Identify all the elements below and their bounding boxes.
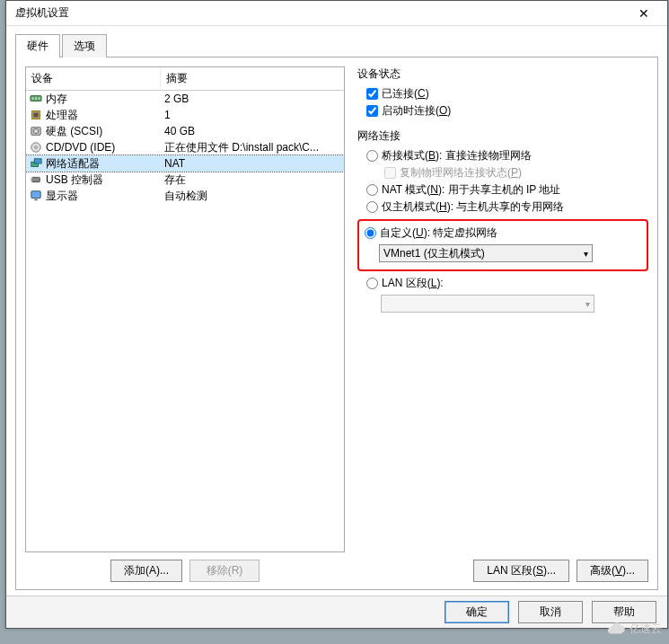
replicate-row: 复制物理网络连接状态(P) bbox=[357, 164, 648, 181]
device-name: 硬盘 (SCSI) bbox=[44, 124, 161, 139]
device-list[interactable]: 设备 摘要 内存2 GB处理器1硬盘 (SCSI)40 GBCD/DVD (ID… bbox=[25, 66, 345, 552]
svg-rect-14 bbox=[31, 191, 41, 198]
titlebar: 虚拟机设置 ✕ bbox=[6, 1, 667, 26]
dialog-footer: 确定 取消 帮助 bbox=[6, 595, 667, 628]
col-device[interactable]: 设备 bbox=[26, 67, 161, 90]
watermark: 亿速云 bbox=[606, 619, 662, 639]
device-summary: 正在使用文件 D:\install pack\C... bbox=[161, 140, 342, 155]
close-button[interactable]: ✕ bbox=[626, 3, 662, 24]
custom-vmnet-dropdown[interactable]: VMnet1 (仅主机模式) ▾ bbox=[379, 244, 593, 262]
device-status-group: 设备状态 已连接(C) 启动时连接(O) bbox=[357, 66, 648, 119]
chevron-down-icon: ▾ bbox=[584, 249, 588, 259]
svg-rect-1 bbox=[32, 97, 34, 100]
device-name: USB 控制器 bbox=[44, 172, 161, 188]
connect-poweron-check-row: 启动时连接(O) bbox=[357, 102, 648, 119]
device-name: 处理器 bbox=[44, 108, 161, 123]
svg-rect-5 bbox=[33, 112, 38, 117]
lan-segments-button[interactable]: LAN 区段(S)... bbox=[473, 560, 569, 582]
connected-check-row: 已连接(C) bbox=[357, 85, 648, 102]
bridged-row: 桥接模式(B): 直接连接物理网络 bbox=[357, 147, 648, 164]
device-row[interactable]: 硬盘 (SCSI)40 GB bbox=[26, 123, 344, 139]
connect-poweron-label[interactable]: 启动时连接(O) bbox=[382, 103, 451, 119]
network-connection-title: 网络连接 bbox=[357, 128, 648, 144]
replicate-label: 复制物理网络连接状态(P) bbox=[400, 165, 522, 181]
display-icon bbox=[28, 190, 44, 202]
svg-rect-13 bbox=[31, 178, 32, 181]
hostonly-label[interactable]: 仅主机模式(H): 与主机共享的专用网络 bbox=[382, 199, 564, 215]
cd-icon bbox=[28, 141, 44, 154]
device-row[interactable]: 显示器自动检测 bbox=[26, 188, 344, 204]
cancel-button[interactable]: 取消 bbox=[518, 601, 583, 623]
device-status-title: 设备状态 bbox=[357, 66, 648, 82]
bridged-label[interactable]: 桥接模式(B): 直接连接物理网络 bbox=[382, 148, 532, 163]
bridged-radio[interactable] bbox=[366, 150, 378, 162]
lanseg-dropdown: ▾ bbox=[381, 295, 594, 313]
nat-label[interactable]: NAT 模式(N): 用于共享主机的 IP 地址 bbox=[382, 182, 560, 198]
custom-highlight: 自定义(U): 特定虚拟网络 VMnet1 (仅主机模式) ▾ bbox=[357, 219, 648, 271]
device-summary: 40 GB bbox=[161, 125, 342, 137]
tab-hardware[interactable]: 硬件 bbox=[15, 34, 60, 57]
cpu-icon bbox=[28, 109, 44, 121]
device-summary: 自动检测 bbox=[161, 189, 342, 204]
svg-rect-12 bbox=[32, 177, 40, 181]
device-name: 显示器 bbox=[44, 189, 161, 204]
advanced-button[interactable]: 高级(V)... bbox=[577, 560, 648, 582]
device-name: 网络适配器 bbox=[44, 156, 161, 172]
right-buttons: LAN 区段(S)... 高级(V)... bbox=[357, 552, 648, 582]
tab-strip: 硬件 选项 bbox=[15, 33, 658, 57]
vm-settings-dialog: 虚拟机设置 ✕ 硬件 选项 设备 摘要 内存2 GB处理器1硬盘 (SCSI)4… bbox=[5, 0, 668, 629]
lanseg-radio[interactable] bbox=[366, 278, 378, 289]
device-row[interactable]: 网络适配器NAT bbox=[26, 155, 344, 172]
tab-options[interactable]: 选项 bbox=[62, 34, 107, 57]
cloud-icon bbox=[606, 619, 626, 639]
custom-row: 自定义(U): 特定虚拟网络 bbox=[365, 225, 641, 242]
window-title: 虚拟机设置 bbox=[15, 5, 626, 21]
col-summary[interactable]: 摘要 bbox=[161, 67, 344, 90]
chevron-down-icon: ▾ bbox=[585, 299, 590, 309]
disk-icon bbox=[28, 125, 44, 137]
device-name: CD/DVD (IDE) bbox=[44, 141, 161, 154]
add-button[interactable]: 添加(A)... bbox=[110, 560, 182, 582]
tab-panel: 设备 摘要 内存2 GB处理器1硬盘 (SCSI)40 GBCD/DVD (ID… bbox=[15, 57, 658, 590]
nat-radio[interactable] bbox=[366, 184, 378, 196]
device-summary: NAT bbox=[161, 157, 342, 170]
left-pane: 设备 摘要 内存2 GB处理器1硬盘 (SCSI)40 GBCD/DVD (ID… bbox=[25, 66, 345, 582]
connected-checkbox[interactable] bbox=[366, 88, 378, 100]
custom-radio[interactable] bbox=[365, 227, 376, 239]
custom-label[interactable]: 自定义(U): 特定虚拟网络 bbox=[380, 225, 497, 241]
usb-icon bbox=[28, 173, 44, 186]
connect-poweron-checkbox[interactable] bbox=[366, 105, 378, 117]
device-row[interactable]: CD/DVD (IDE)正在使用文件 D:\install pack\C... bbox=[26, 139, 344, 155]
device-row[interactable]: 处理器1 bbox=[26, 107, 344, 123]
svg-rect-3 bbox=[39, 97, 40, 100]
ok-button[interactable]: 确定 bbox=[445, 601, 509, 623]
svg-rect-2 bbox=[35, 97, 37, 100]
device-list-body: 内存2 GB处理器1硬盘 (SCSI)40 GBCD/DVD (IDE)正在使用… bbox=[26, 91, 344, 204]
svg-rect-15 bbox=[34, 199, 38, 201]
connected-label[interactable]: 已连接(C) bbox=[382, 86, 429, 101]
device-summary: 2 GB bbox=[161, 93, 342, 105]
svg-point-7 bbox=[33, 128, 38, 133]
network-connection-group: 网络连接 桥接模式(B): 直接连接物理网络 复制物理网络连接状态(P) NAT… bbox=[357, 128, 648, 313]
custom-vmnet-value: VMnet1 (仅主机模式) bbox=[383, 246, 485, 261]
device-row[interactable]: USB 控制器存在 bbox=[26, 172, 344, 188]
replicate-checkbox bbox=[384, 167, 396, 179]
right-pane: 设备状态 已连接(C) 启动时连接(O) 网络连接 桥接模式(B): 直接连接物 bbox=[357, 66, 648, 582]
lanseg-label[interactable]: LAN 区段(L): bbox=[382, 276, 444, 291]
nat-row: NAT 模式(N): 用于共享主机的 IP 地址 bbox=[357, 181, 648, 198]
device-row[interactable]: 内存2 GB bbox=[26, 91, 344, 107]
memory-icon bbox=[28, 93, 44, 105]
device-summary: 存在 bbox=[161, 172, 342, 188]
net-icon bbox=[28, 157, 44, 170]
device-list-header: 设备 摘要 bbox=[26, 67, 344, 91]
hostonly-row: 仅主机模式(H): 与主机共享的专用网络 bbox=[357, 198, 648, 216]
lanseg-row: LAN 区段(L): bbox=[357, 275, 648, 292]
device-summary: 1 bbox=[161, 109, 342, 121]
left-buttons: 添加(A)... 移除(R) bbox=[25, 552, 345, 582]
dialog-body: 硬件 选项 设备 摘要 内存2 GB处理器1硬盘 (SCSI)40 GBCD/D… bbox=[6, 26, 667, 595]
hostonly-radio[interactable] bbox=[366, 201, 378, 213]
svg-point-9 bbox=[35, 146, 38, 149]
svg-rect-11 bbox=[34, 159, 41, 163]
device-name: 内存 bbox=[44, 92, 161, 107]
remove-button: 移除(R) bbox=[189, 560, 260, 582]
